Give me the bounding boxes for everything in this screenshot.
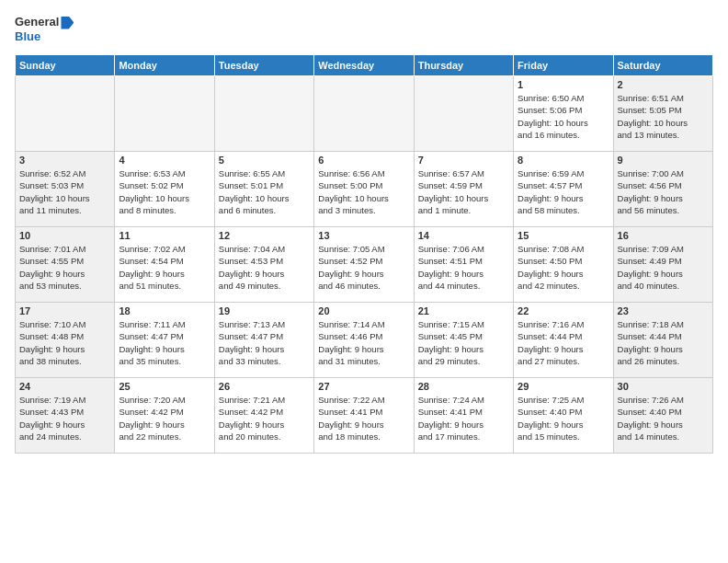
day-info: Sunrise: 7:10 AMSunset: 4:48 PMDaylight:… <box>19 318 110 367</box>
weekday-header-sunday: Sunday <box>16 55 115 76</box>
calendar-cell: 20Sunrise: 7:14 AMSunset: 4:46 PMDayligh… <box>314 303 414 378</box>
weekday-header-tuesday: Tuesday <box>214 55 313 76</box>
day-info: Sunrise: 7:01 AMSunset: 4:55 PMDaylight:… <box>19 243 110 292</box>
calendar-cell: 19Sunrise: 7:13 AMSunset: 4:47 PMDayligh… <box>214 303 313 378</box>
day-number: 9 <box>618 155 709 166</box>
day-number: 11 <box>119 230 210 241</box>
calendar-cell: 16Sunrise: 7:09 AMSunset: 4:49 PMDayligh… <box>613 227 712 303</box>
day-number: 4 <box>119 155 210 166</box>
day-number: 14 <box>418 230 509 241</box>
day-info: Sunrise: 7:08 AMSunset: 4:50 PMDaylight:… <box>518 243 609 292</box>
weekday-header-saturday: Saturday <box>613 55 712 76</box>
calendar-cell <box>16 76 115 152</box>
day-number: 15 <box>518 230 609 241</box>
day-number: 10 <box>19 230 110 241</box>
calendar-cell: 26Sunrise: 7:21 AMSunset: 4:42 PMDayligh… <box>214 378 313 454</box>
day-number: 13 <box>318 230 409 241</box>
calendar-cell: 10Sunrise: 7:01 AMSunset: 4:55 PMDayligh… <box>16 227 115 303</box>
calendar-cell: 5Sunrise: 6:55 AMSunset: 5:01 PMDaylight… <box>214 152 313 227</box>
calendar-cell: 30Sunrise: 7:26 AMSunset: 4:40 PMDayligh… <box>613 378 712 454</box>
day-info: Sunrise: 7:05 AMSunset: 4:52 PMDaylight:… <box>318 243 409 292</box>
day-number: 6 <box>318 155 409 166</box>
calendar-cell: 4Sunrise: 6:53 AMSunset: 5:02 PMDaylight… <box>115 152 214 227</box>
weekday-header-friday: Friday <box>514 55 613 76</box>
day-info: Sunrise: 7:09 AMSunset: 4:49 PMDaylight:… <box>618 243 709 292</box>
day-number: 5 <box>219 155 310 166</box>
day-number: 8 <box>518 155 609 166</box>
day-info: Sunrise: 7:14 AMSunset: 4:46 PMDaylight:… <box>318 318 409 367</box>
calendar-cell: 11Sunrise: 7:02 AMSunset: 4:54 PMDayligh… <box>115 227 214 303</box>
calendar-cell: 7Sunrise: 6:57 AMSunset: 4:59 PMDaylight… <box>414 152 513 227</box>
day-info: Sunrise: 7:25 AMSunset: 4:40 PMDaylight:… <box>518 394 609 442</box>
day-info: Sunrise: 7:00 AMSunset: 4:56 PMDaylight:… <box>618 167 709 216</box>
day-info: Sunrise: 6:50 AMSunset: 5:06 PMDaylight:… <box>518 92 609 141</box>
calendar-cell: 12Sunrise: 7:04 AMSunset: 4:53 PMDayligh… <box>214 227 313 303</box>
day-number: 16 <box>618 230 709 241</box>
day-number: 26 <box>219 381 310 392</box>
day-number: 28 <box>418 381 509 392</box>
day-info: Sunrise: 7:21 AMSunset: 4:42 PMDaylight:… <box>219 394 310 442</box>
calendar-cell: 9Sunrise: 7:00 AMSunset: 4:56 PMDaylight… <box>613 152 712 227</box>
day-info: Sunrise: 6:57 AMSunset: 4:59 PMDaylight:… <box>418 167 509 216</box>
day-info: Sunrise: 7:02 AMSunset: 4:54 PMDaylight:… <box>119 243 210 292</box>
day-info: Sunrise: 6:56 AMSunset: 5:00 PMDaylight:… <box>318 167 409 216</box>
calendar-cell: 2Sunrise: 6:51 AMSunset: 5:05 PMDaylight… <box>613 76 712 152</box>
calendar-cell: 29Sunrise: 7:25 AMSunset: 4:40 PMDayligh… <box>514 378 613 454</box>
calendar-cell: 27Sunrise: 7:22 AMSunset: 4:41 PMDayligh… <box>314 378 414 454</box>
calendar-cell: 13Sunrise: 7:05 AMSunset: 4:52 PMDayligh… <box>314 227 414 303</box>
logo-general: General <box>15 15 59 29</box>
logo-icon <box>61 17 74 29</box>
day-number: 7 <box>418 155 509 166</box>
day-number: 2 <box>618 79 709 90</box>
calendar-cell: 15Sunrise: 7:08 AMSunset: 4:50 PMDayligh… <box>514 227 613 303</box>
day-info: Sunrise: 7:24 AMSunset: 4:41 PMDaylight:… <box>418 394 509 442</box>
calendar-cell <box>414 76 513 152</box>
logo: General Blue <box>15 15 74 43</box>
weekday-header-thursday: Thursday <box>414 55 513 76</box>
weekday-header-monday: Monday <box>115 55 214 76</box>
calendar-cell: 22Sunrise: 7:16 AMSunset: 4:44 PMDayligh… <box>514 303 613 378</box>
day-number: 20 <box>318 305 409 316</box>
calendar-cell: 24Sunrise: 7:19 AMSunset: 4:43 PMDayligh… <box>16 378 115 454</box>
day-number: 19 <box>219 305 310 316</box>
day-info: Sunrise: 7:20 AMSunset: 4:42 PMDaylight:… <box>119 394 210 442</box>
day-number: 17 <box>19 305 110 316</box>
day-info: Sunrise: 7:06 AMSunset: 4:51 PMDaylight:… <box>418 243 509 292</box>
calendar-cell <box>214 76 313 152</box>
day-info: Sunrise: 6:59 AMSunset: 4:57 PMDaylight:… <box>518 167 609 216</box>
day-number: 24 <box>19 381 110 392</box>
day-info: Sunrise: 7:13 AMSunset: 4:47 PMDaylight:… <box>219 318 310 367</box>
day-number: 25 <box>119 381 210 392</box>
weekday-header-wednesday: Wednesday <box>314 55 414 76</box>
day-number: 22 <box>518 305 609 316</box>
day-info: Sunrise: 6:55 AMSunset: 5:01 PMDaylight:… <box>219 167 310 216</box>
day-info: Sunrise: 7:04 AMSunset: 4:53 PMDaylight:… <box>219 243 310 292</box>
day-number: 18 <box>119 305 210 316</box>
calendar-cell: 8Sunrise: 6:59 AMSunset: 4:57 PMDaylight… <box>514 152 613 227</box>
day-info: Sunrise: 7:26 AMSunset: 4:40 PMDaylight:… <box>618 394 709 442</box>
calendar-cell: 18Sunrise: 7:11 AMSunset: 4:47 PMDayligh… <box>115 303 214 378</box>
day-number: 3 <box>19 155 110 166</box>
calendar-cell: 25Sunrise: 7:20 AMSunset: 4:42 PMDayligh… <box>115 378 214 454</box>
day-number: 21 <box>418 305 509 316</box>
calendar-cell: 3Sunrise: 6:52 AMSunset: 5:03 PMDaylight… <box>16 152 115 227</box>
page-header: General Blue <box>15 15 713 43</box>
calendar-cell: 28Sunrise: 7:24 AMSunset: 4:41 PMDayligh… <box>414 378 513 454</box>
day-number: 23 <box>618 305 709 316</box>
calendar-cell <box>115 76 214 152</box>
calendar-cell: 14Sunrise: 7:06 AMSunset: 4:51 PMDayligh… <box>414 227 513 303</box>
day-info: Sunrise: 7:22 AMSunset: 4:41 PMDaylight:… <box>318 394 409 442</box>
day-info: Sunrise: 7:19 AMSunset: 4:43 PMDaylight:… <box>19 394 110 442</box>
day-number: 12 <box>219 230 310 241</box>
day-info: Sunrise: 7:18 AMSunset: 4:44 PMDaylight:… <box>618 318 709 367</box>
calendar-cell: 17Sunrise: 7:10 AMSunset: 4:48 PMDayligh… <box>16 303 115 378</box>
calendar-cell: 1Sunrise: 6:50 AMSunset: 5:06 PMDaylight… <box>514 76 613 152</box>
calendar-cell: 21Sunrise: 7:15 AMSunset: 4:45 PMDayligh… <box>414 303 513 378</box>
calendar-table: SundayMondayTuesdayWednesdayThursdayFrid… <box>15 54 713 454</box>
calendar-cell <box>314 76 414 152</box>
day-number: 1 <box>518 79 609 90</box>
day-number: 30 <box>618 381 709 392</box>
logo-blue: Blue <box>15 29 74 44</box>
day-info: Sunrise: 7:15 AMSunset: 4:45 PMDaylight:… <box>418 318 509 367</box>
day-info: Sunrise: 6:51 AMSunset: 5:05 PMDaylight:… <box>618 92 709 141</box>
